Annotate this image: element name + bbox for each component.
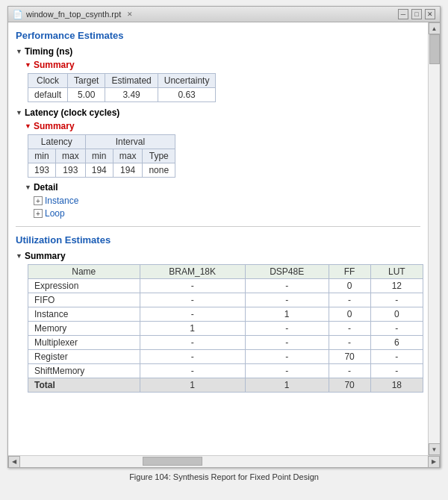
col-estimated: Estimated [105,74,158,88]
latency-summary-label: Summary [34,121,75,131]
instance-item[interactable]: + Instance [34,196,420,206]
col-lat-max: max [56,149,86,163]
util-summary-toggle[interactable]: ▼ Summary [16,251,66,261]
latency-group-header-row: Latency Interval [28,135,175,149]
scroll-thumb[interactable] [429,34,440,64]
clock-value: default [28,88,68,102]
col-lut: LUT [370,265,423,279]
int-min-value: 194 [85,163,113,178]
table-row: Register - - 70 - [28,350,423,364]
latency-data-row: 193 193 194 194 none [28,163,175,178]
utilization-header: Utilization Estimates [16,234,420,246]
latency-label: Latency (clock cycles) [25,107,119,118]
timing-summary-arrow: ▼ [25,61,31,69]
window-body: Performance Estimates ▼ Timing (ns) ▼ Su… [8,22,440,455]
col-clock: Clock [28,74,68,88]
row-lut-mux: 6 [370,336,423,350]
row-lut-memory: - [370,322,423,336]
util-summary-arrow: ▼ [16,252,22,260]
row-ff-fifo: - [329,293,370,307]
title-bar-left: 📄 window_fn_top_csynth.rpt ✕ [13,10,133,19]
timing-summary-toggle[interactable]: ▼ Summary [25,60,420,70]
latency-toggle[interactable]: ▼ Latency (clock cycles) [16,107,119,118]
detail-section: + Instance + Loop [34,196,420,219]
row-name-memory: Memory [28,322,140,336]
col-latency-group: Latency [28,135,86,149]
utilization-table: Name BRAM_18K DSP48E FF LUT Expression - [28,264,423,393]
util-sub-section: Name BRAM_18K DSP48E FF LUT Expression - [25,264,420,393]
row-bram-shiftmem: - [140,364,245,378]
maximize-button[interactable]: □ [411,9,422,19]
hscroll-thumb[interactable] [143,457,202,466]
detail-toggle[interactable]: ▼ Detail [25,182,58,193]
row-name-fifo: FIFO [28,293,140,307]
horizontal-scrollbar[interactable]: ◀ ▶ [8,455,440,467]
close-button[interactable]: ✕ [425,9,435,19]
scroll-down-button[interactable]: ▼ [429,443,441,455]
loop-item[interactable]: + Loop [34,208,420,219]
row-ff-register: 70 [329,350,370,364]
row-name-mux: Multiplexer [28,336,140,350]
latency-summary-arrow: ▼ [25,122,31,130]
latency-arrow: ▼ [16,109,22,116]
row-bram-instance: - [140,307,245,322]
col-name: Name [28,265,140,279]
estimated-value: 3.49 [105,88,158,102]
detail-arrow: ▼ [25,184,31,191]
row-lut-fifo: - [370,293,423,307]
scroll-track[interactable] [429,34,440,443]
utilization-section: Utilization Estimates ▼ Summary Name BRA… [16,226,420,393]
timing-toggle[interactable]: ▼ Timing (ns) [16,46,72,57]
row-dsp-instance: 1 [245,307,329,322]
col-type: Type [143,149,175,163]
loop-label: Loop [45,208,65,219]
row-ff-mux: - [329,336,370,350]
row-ff-expression: 0 [329,279,370,293]
latency-header-row: min max min max Type [28,149,175,163]
row-lut-instance: 0 [370,307,423,322]
minimize-button[interactable]: ─ [398,9,408,19]
timing-arrow: ▼ [16,48,22,55]
instance-expand-icon: + [34,196,43,205]
timing-summary-label: Summary [34,60,75,70]
lat-min-value: 193 [28,163,56,178]
row-dsp-shiftmem: - [245,364,329,378]
col-uncertainty: Uncertainty [158,74,216,88]
row-bram-register: - [140,350,245,364]
row-ff-shiftmem: - [329,364,370,378]
scroll-right-button[interactable]: ▶ [428,456,440,468]
vertical-scrollbar[interactable]: ▲ ▼ [428,22,440,455]
col-int-max: max [113,149,143,163]
row-ff-total: 70 [329,378,370,393]
title-bar-controls: ─ □ ✕ [398,9,435,19]
hscroll-track[interactable] [20,456,428,467]
col-lat-min: min [28,149,56,163]
row-bram-expression: - [140,279,245,293]
row-name-register: Register [28,350,140,364]
col-ff: FF [329,265,370,279]
row-dsp-mux: - [245,336,329,350]
table-row: FIFO - - - - [28,293,423,307]
latency-summary-toggle[interactable]: ▼ Summary [25,121,420,131]
util-summary-label: Summary [25,251,66,261]
target-value: 5.00 [68,88,105,102]
row-bram-total: 1 [140,378,245,393]
detail-label: Detail [34,182,58,193]
table-row: Instance - 1 0 0 [28,307,423,322]
row-bram-fifo: - [140,293,245,307]
col-bram: BRAM_18K [140,265,245,279]
row-dsp-fifo: - [245,293,329,307]
row-bram-memory: 1 [140,322,245,336]
row-dsp-total: 1 [245,378,329,393]
close-tab-icon[interactable]: ✕ [127,10,133,18]
col-target: Target [68,74,105,88]
scroll-up-button[interactable]: ▲ [429,22,441,34]
performance-header: Performance Estimates [16,30,420,41]
timing-sub-section: ▼ Summary Clock Target Estimated Uncerta… [25,60,420,102]
lat-max-value: 193 [56,163,86,178]
table-row: Expression - - 0 12 [28,279,423,293]
row-lut-expression: 12 [370,279,423,293]
scroll-left-button[interactable]: ◀ [8,456,20,468]
row-name-instance: Instance [28,307,140,322]
col-dsp: DSP48E [245,265,329,279]
